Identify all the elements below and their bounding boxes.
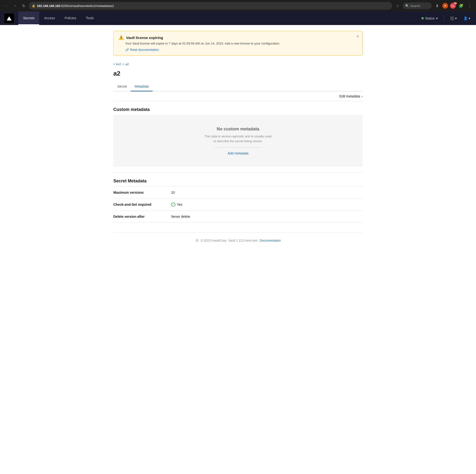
metadata-table: Maximum versions 10 Check-and-Set requir… bbox=[113, 186, 363, 222]
tab-metadata[interactable]: Metadata bbox=[131, 82, 152, 91]
nav-right: Status ▾ ⬛ ▾ 👤 ▾ bbox=[419, 15, 472, 22]
alert-icon: ⚠️ bbox=[119, 35, 124, 40]
url-text: 192.168.168.183:8200/ui/vault/secrets/kv… bbox=[37, 4, 114, 8]
nav-tab-access[interactable]: Access bbox=[39, 12, 60, 25]
metadata-row-max-versions: Maximum versions 10 bbox=[113, 187, 363, 199]
breadcrumb-kv2-chevron: < bbox=[113, 62, 115, 66]
footer: ⚙ © 2023 HashiCorp Vault 1.13.2+ent.hsm … bbox=[113, 232, 363, 249]
url-path: :8200/ui/vault/secrets/kv2/metadata/a2 bbox=[60, 4, 114, 8]
search-icon: 🔍 bbox=[405, 4, 409, 8]
status-button[interactable]: Status ▾ bbox=[419, 15, 440, 22]
delete-after-value: Never delete bbox=[171, 211, 363, 222]
custom-metadata-empty-state: No custom metadata This data is version-… bbox=[113, 115, 363, 167]
address-bar: 🔒 192.168.168.183:8200/ui/vault/secrets/… bbox=[29, 2, 392, 10]
custom-metadata-title: Custom metadata bbox=[113, 107, 363, 112]
status-dot bbox=[421, 17, 424, 19]
empty-state-description: This data is version-agnostic and is usu… bbox=[119, 134, 357, 143]
doc-icon: 🔗 bbox=[125, 48, 129, 51]
footer-version: Vault 1.13.2+ent.hsm bbox=[228, 239, 258, 242]
status-label: Status bbox=[425, 16, 435, 20]
nav-tabs: Secrets Access Policies Tools bbox=[18, 12, 419, 25]
delete-after-label: Delete version after bbox=[113, 211, 171, 222]
vault-logo-triangle bbox=[7, 16, 12, 20]
add-metadata-link[interactable]: Add metadata bbox=[227, 151, 248, 155]
nav-tab-tools[interactable]: Tools bbox=[81, 12, 99, 25]
url-bold: 192.168.168.183 bbox=[37, 4, 60, 8]
empty-state-divider bbox=[214, 147, 262, 148]
read-doc-label: Read documentation bbox=[130, 48, 159, 51]
forward-button[interactable]: → bbox=[12, 2, 18, 9]
download-button[interactable]: ⬇ bbox=[434, 2, 440, 9]
menu-button[interactable]: ⋮ bbox=[466, 2, 473, 9]
check-icon: ✓ bbox=[171, 202, 175, 207]
main-content: ⚠️ Vault license expiring Your Vault lic… bbox=[106, 25, 370, 254]
alert-title: Vault license expiring bbox=[126, 36, 163, 40]
nav-divider-1 bbox=[444, 15, 444, 22]
breadcrumb: < kv2 < a2 bbox=[113, 62, 363, 66]
max-versions-label: Maximum versions bbox=[113, 187, 171, 199]
profile-icon-2[interactable]: U bbox=[450, 3, 456, 9]
profile-icon-1[interactable]: H bbox=[442, 3, 448, 9]
alert-banner: ⚠️ Vault license expiring Your Vault lic… bbox=[113, 31, 363, 56]
reload-button[interactable]: ↻ bbox=[20, 2, 27, 9]
nav-tab-secrets[interactable]: Secrets bbox=[18, 12, 39, 25]
cas-label: Check-and-Set required bbox=[113, 199, 171, 211]
tab-bar: Secret Metadata bbox=[113, 82, 363, 91]
breadcrumb-a2[interactable]: < a2 bbox=[122, 62, 129, 66]
back-button[interactable]: ← bbox=[3, 2, 10, 9]
extensions-button[interactable]: 🧩 bbox=[458, 2, 464, 9]
metadata-row-delete-after: Delete version after Never delete bbox=[113, 211, 363, 222]
hashicorp-icon: ⚙ bbox=[195, 238, 199, 243]
breadcrumb-kv2-label: kv2 bbox=[116, 62, 121, 66]
alert-header: ⚠️ Vault license expiring bbox=[119, 35, 357, 40]
breadcrumb-kv2[interactable]: < kv2 bbox=[113, 62, 121, 66]
edit-metadata-bar: Edit metadata › bbox=[113, 91, 363, 101]
nav-tab-policies[interactable]: Policies bbox=[60, 12, 81, 25]
empty-state-title: No custom metadata bbox=[119, 127, 357, 132]
section-divider-1 bbox=[113, 172, 363, 173]
secret-metadata-title: Secret Metadata bbox=[113, 179, 363, 184]
bookmark-button[interactable]: ☆ bbox=[394, 2, 401, 9]
breadcrumb-a2-chevron: < bbox=[122, 62, 124, 66]
cas-value-text: Yes bbox=[177, 203, 182, 206]
cas-value: ✓ Yes bbox=[171, 199, 363, 211]
search-label: Search bbox=[410, 4, 420, 8]
metadata-row-cas: Check-and-Set required ✓ Yes bbox=[113, 199, 363, 211]
terminal-button[interactable]: ⬛ ▾ bbox=[448, 15, 459, 22]
vault-logo bbox=[4, 13, 15, 24]
breadcrumb-a2-label: a2 bbox=[125, 62, 129, 66]
browser-search[interactable]: 🔍 Search bbox=[403, 2, 432, 9]
read-documentation-link[interactable]: 🔗 Read documentation bbox=[125, 48, 159, 51]
page-title: a2 bbox=[113, 70, 363, 77]
edit-chevron-icon: › bbox=[362, 95, 363, 98]
footer-copyright: © 2023 HashiCorp bbox=[201, 239, 226, 242]
app-navbar: Secrets Access Policies Tools Status ▾ ⬛… bbox=[0, 12, 476, 25]
user-button[interactable]: 👤 ▾ bbox=[461, 15, 472, 22]
status-caret: ▾ bbox=[436, 16, 438, 20]
alert-body: Your Vault license will expire in 7 days… bbox=[125, 42, 357, 45]
edit-metadata-label: Edit metadata bbox=[339, 94, 360, 98]
browser-chrome: ← → ↻ 🔒 192.168.168.183:8200/ui/vault/se… bbox=[0, 0, 476, 12]
footer-doc-link[interactable]: Documentation bbox=[260, 239, 281, 242]
edit-metadata-link[interactable]: Edit metadata › bbox=[339, 94, 363, 98]
alert-close-button[interactable]: × bbox=[357, 34, 359, 39]
max-versions-value: 10 bbox=[171, 187, 363, 199]
tab-secret[interactable]: Secret bbox=[113, 82, 131, 91]
